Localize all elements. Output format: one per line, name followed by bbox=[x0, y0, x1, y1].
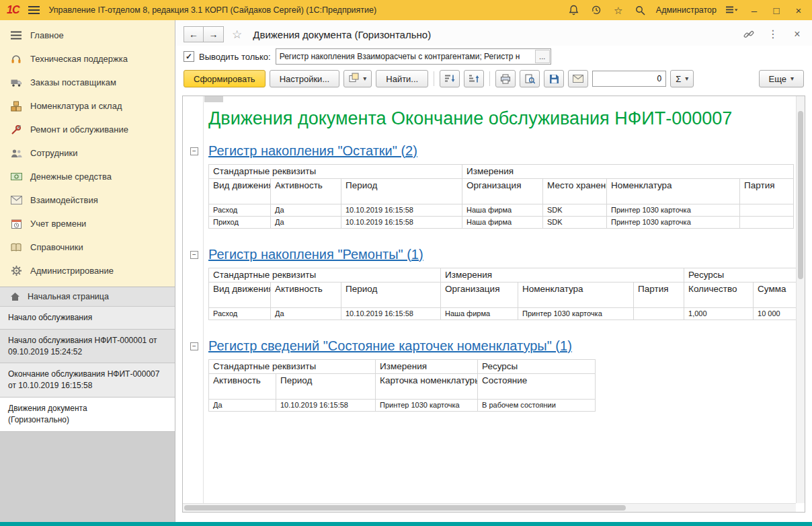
choose-registers-button[interactable]: ... bbox=[535, 50, 550, 63]
minimize-icon[interactable]: – bbox=[747, 3, 761, 17]
maximize-icon[interactable]: □ bbox=[770, 3, 783, 17]
search-icon[interactable] bbox=[634, 3, 647, 17]
cell: Наша фирма bbox=[441, 307, 518, 320]
output-only-checkbox[interactable]: ✓ bbox=[184, 51, 194, 62]
save-button[interactable] bbox=[544, 70, 564, 87]
sidebar-item-sotrudniki[interactable]: Сотрудники bbox=[0, 141, 175, 165]
sidebar-item-label: Учет времени bbox=[30, 219, 86, 229]
register-link-remonty[interactable]: Регистр накопления "Ремонты" (1) bbox=[208, 246, 423, 263]
register-table-remonty: Стандартные реквизиты Измерения Ресурсы … bbox=[208, 268, 801, 320]
print-button[interactable] bbox=[495, 70, 516, 87]
sidebar-item-remont[interactable]: Ремонт и обслуживание bbox=[0, 118, 175, 141]
sidebar-item-spravochniki[interactable]: Справочники bbox=[0, 235, 175, 259]
toolbar-separator bbox=[489, 71, 490, 86]
collapse-toggle[interactable]: − bbox=[190, 147, 198, 155]
register-link-sostoyanie-kartochek[interactable]: Регистр сведений "Состояние карточек ном… bbox=[208, 338, 572, 354]
get-link-icon[interactable] bbox=[742, 28, 756, 41]
back-button[interactable]: ← bbox=[184, 26, 204, 42]
cell: Место хранения bbox=[543, 178, 607, 204]
cell: Карточка номенклатуры bbox=[376, 373, 478, 399]
close-window-icon[interactable]: × bbox=[790, 28, 804, 41]
sidebar: Главное Техническая поддержка Заказы пос… bbox=[0, 20, 175, 522]
main-menu-icon[interactable] bbox=[27, 3, 40, 17]
collapse-toggle[interactable]: − bbox=[190, 251, 198, 259]
cells-sum-field[interactable] bbox=[592, 71, 666, 87]
close-icon[interactable]: × bbox=[792, 3, 805, 17]
open-window-item[interactable]: Окончание обслуживания НФИТ-000007 от 10… bbox=[0, 363, 175, 398]
autosum-button[interactable]: Σ ▾ bbox=[670, 70, 694, 87]
report-spreadsheet: Движения документа Окончание обслуживани… bbox=[182, 96, 805, 513]
sidebar-item-glavnoe[interactable]: Главное bbox=[0, 24, 175, 47]
current-user[interactable]: Администратор bbox=[656, 5, 717, 15]
sidebar-item-uchet-vremeni[interactable]: Учет времени bbox=[0, 212, 175, 235]
cell: Партия bbox=[740, 178, 794, 204]
cell: Наша фирма bbox=[462, 216, 543, 228]
sidebar-item-tehpodderzhka[interactable]: Техническая поддержка bbox=[0, 47, 175, 71]
sort-ascending-button[interactable] bbox=[464, 70, 484, 87]
print-preview-button[interactable] bbox=[520, 70, 540, 87]
favorite-star-icon[interactable]: ☆ bbox=[232, 28, 242, 42]
more-actions-button[interactable]: Еще ▾ bbox=[759, 70, 804, 87]
sidebar-item-label: Заказы поставщикам bbox=[30, 77, 116, 87]
find-button[interactable]: Найти... bbox=[376, 70, 428, 87]
horizontal-scrollbar[interactable] bbox=[183, 503, 796, 512]
sidebar-item-dengi[interactable]: Денежные средства bbox=[0, 165, 175, 188]
cell: Количество bbox=[684, 282, 754, 307]
vertical-scrollbar-thumb[interactable] bbox=[798, 111, 803, 279]
table-group-header-row: Стандартные реквизиты Измерения Ресурсы bbox=[209, 268, 801, 282]
register-link-ostatki[interactable]: Регистр накопления "Остатки" (2) bbox=[208, 143, 417, 159]
horizontal-scrollbar-thumb[interactable] bbox=[184, 505, 626, 511]
sidebar-item-administrirovanie[interactable]: Администрирование bbox=[0, 259, 175, 283]
open-window-label: Окончание обслуживания НФИТ-000007 от 10… bbox=[8, 369, 159, 390]
sidebar-item-label: Главное bbox=[30, 30, 64, 40]
register-section-sostoyanie-kartochek: − Регистр сведений "Состояние карточек н… bbox=[208, 338, 796, 412]
cell: Номенклатура bbox=[607, 178, 740, 204]
people-icon bbox=[10, 149, 22, 158]
report-variants-icon bbox=[349, 73, 359, 85]
app-titlebar: 1С Управление IT-отделом 8, редакция 3.1… bbox=[0, 0, 812, 20]
cell: Ресурсы bbox=[684, 268, 801, 282]
registers-filter-input[interactable] bbox=[276, 52, 535, 61]
more-label: Еще bbox=[769, 74, 786, 84]
row-headers-gutter bbox=[183, 96, 204, 503]
caret-down-icon: ▾ bbox=[685, 75, 688, 82]
tools-settings-icon[interactable] bbox=[725, 3, 739, 17]
forward-button[interactable]: → bbox=[204, 26, 224, 42]
cell: Состояние bbox=[478, 373, 596, 399]
history-icon[interactable] bbox=[590, 3, 603, 17]
sidebar-item-nomenklatura[interactable]: Номенклатура и склад bbox=[0, 94, 175, 118]
sidebar-item-vzaimodeystviya[interactable]: Взаимодействия bbox=[0, 188, 175, 212]
home-page-item[interactable]: Начальная страница bbox=[0, 287, 175, 307]
window-header: ← → ☆ Движения документа (Горизонтально)… bbox=[175, 20, 812, 46]
collapse-toggle[interactable]: − bbox=[190, 342, 198, 350]
open-window-item-active[interactable]: Движения документа (Горизонтально) bbox=[0, 398, 175, 432]
notifications-bell-icon[interactable] bbox=[567, 3, 581, 17]
report-content: Движения документа Окончание обслуживани… bbox=[204, 102, 796, 503]
table-row: Да 10.10.2019 16:15:58 Принтер 1030 карт… bbox=[209, 399, 596, 411]
cell: Вид движения bbox=[209, 282, 271, 307]
sidebar-item-label: Администрирование bbox=[30, 266, 114, 276]
favorites-star-icon[interactable]: ☆ bbox=[612, 3, 625, 17]
sort-descending-button[interactable] bbox=[440, 70, 460, 87]
table-group-header-row: Стандартные реквизиты Измерения bbox=[209, 164, 794, 178]
vertical-scrollbar[interactable] bbox=[796, 96, 805, 503]
cell: Сумма bbox=[754, 282, 801, 307]
cell bbox=[740, 216, 794, 228]
open-window-item[interactable]: Начало обслуживания bbox=[0, 307, 175, 330]
register-section-remonty: − Регистр накопления "Ремонты" (1) Станд… bbox=[208, 246, 796, 320]
app-title: Управление IT-отделом 8, редакция 3.1 КО… bbox=[48, 5, 376, 15]
calendar-clock-icon bbox=[10, 219, 22, 229]
more-menu-icon[interactable]: ⋮ bbox=[766, 28, 780, 41]
cell: Да bbox=[271, 307, 341, 320]
cell: Активность bbox=[271, 178, 341, 204]
send-mail-button[interactable] bbox=[568, 70, 588, 87]
sigma-icon: Σ bbox=[676, 74, 681, 84]
caret-down-icon: ▾ bbox=[790, 75, 794, 82]
caret-down-icon: ▾ bbox=[363, 75, 366, 82]
report-variants-button[interactable]: ▾ bbox=[343, 70, 372, 87]
cell: Наша фирма bbox=[462, 204, 543, 216]
generate-button[interactable]: Сформировать bbox=[184, 70, 266, 87]
settings-button[interactable]: Настройки... bbox=[270, 70, 340, 87]
sidebar-item-zakazy[interactable]: Заказы поставщикам bbox=[0, 71, 175, 94]
open-window-item[interactable]: Начало обслуживания НФИТ-000001 от 09.10… bbox=[0, 330, 175, 364]
